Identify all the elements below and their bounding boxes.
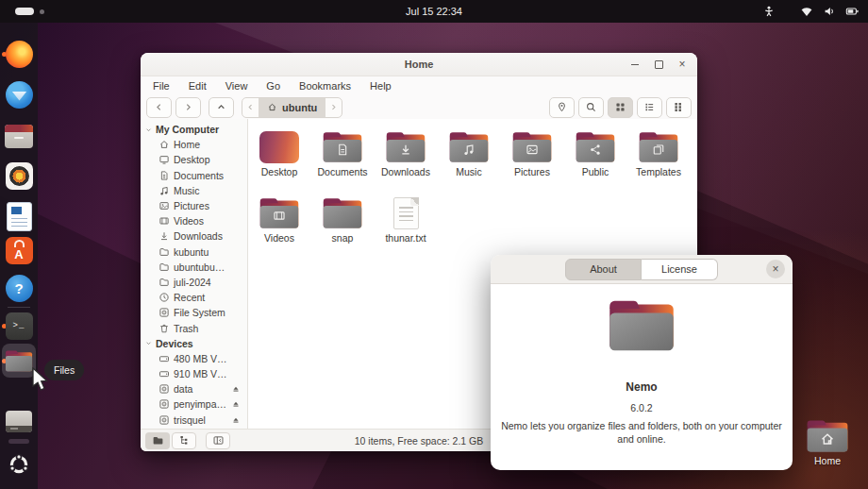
breadcrumb-segment-home[interactable]: ubuntu [259, 98, 326, 117]
file-item-templates[interactable]: Templates [634, 126, 683, 193]
eject-button[interactable] [231, 415, 241, 425]
folder-icon [385, 126, 426, 164]
minimize-button[interactable] [629, 59, 641, 70]
sidebar-item-data[interactable]: data [141, 381, 247, 396]
sidebar-item-480mb-volume[interactable]: 480 MB V… [141, 351, 247, 366]
file-item-thunar-txt[interactable]: thunar.txt [381, 193, 430, 259]
file-item-snap[interactable]: snap [318, 193, 367, 259]
sidebar-section-my-computer[interactable]: My Computer [141, 122, 247, 137]
toggle-sidebar-button[interactable] [206, 432, 230, 449]
firefox-icon [6, 41, 33, 68]
dock-item-terminal[interactable]: >_ [5, 312, 33, 340]
forward-button[interactable] [175, 97, 201, 118]
tab-about[interactable]: About [565, 259, 642, 280]
ubuntu-software-icon: A [6, 237, 33, 264]
file-item-downloads[interactable]: Downloads [381, 126, 430, 193]
sidebar-item-kubuntu[interactable]: kubuntu [141, 244, 247, 260]
window-controls: × [629, 53, 688, 76]
sidebar-item-pictures[interactable]: Pictures [141, 198, 247, 213]
nemo-app-icon [608, 297, 676, 354]
sidebar-item-videos[interactable]: Videos [141, 213, 247, 228]
software-glyph: A [14, 247, 23, 261]
sidebar-item-trash[interactable]: Trash [141, 320, 247, 335]
emblem-share-icon [590, 143, 602, 156]
dock-item-libreoffice-writer[interactable] [5, 202, 33, 230]
sidebar-item-ubuntubu[interactable]: ubuntubu… [141, 260, 247, 275]
up-button[interactable] [209, 97, 234, 118]
file-item-desktop[interactable]: Desktop [255, 126, 304, 193]
menu-go[interactable]: Go [257, 76, 290, 94]
sidebar-item-file-system[interactable]: File System [141, 305, 247, 320]
places-sidebar-button[interactable] [145, 432, 170, 449]
treeview-sidebar-button[interactable] [172, 432, 196, 449]
clock-label: Jul 15 22:34 [406, 6, 462, 17]
app-name: Nemo [491, 380, 793, 394]
sidebar-item-trisquel[interactable]: trisquel [141, 413, 247, 428]
file-item-music[interactable]: Music [444, 126, 493, 193]
location-toggle-button[interactable] [549, 97, 575, 118]
sidebar-section-devices[interactable]: Devices [141, 336, 247, 351]
search-icon [585, 101, 597, 113]
menu-file[interactable]: File [143, 76, 179, 94]
music-icon [159, 185, 170, 196]
system-status-area[interactable] [762, 0, 859, 23]
nemo-folder-icon [5, 349, 33, 373]
location-pin-icon [556, 101, 568, 113]
maximize-button[interactable] [653, 59, 664, 70]
menu-bookmarks[interactable]: Bookmarks [290, 76, 360, 94]
sidebar-item-desktop[interactable]: Desktop [141, 152, 247, 167]
dock-item-disks[interactable] [5, 407, 33, 435]
sidebar-item-juli-2024[interactable]: juli-2024 [141, 275, 247, 290]
close-button[interactable]: × [676, 59, 688, 70]
sidebar-item-downloads[interactable]: Downloads [141, 228, 247, 244]
sidebar-item-label: Downloads [174, 230, 223, 242]
eject-button[interactable] [231, 399, 241, 409]
file-item-public[interactable]: Public [571, 126, 620, 193]
tooltip-label: Files [54, 364, 75, 376]
volume-icon[interactable] [823, 5, 836, 18]
dock-item-thunderbird[interactable] [5, 80, 33, 109]
collapse-sidebar-icon [212, 434, 225, 447]
search-button[interactable] [578, 97, 604, 118]
desktop-home-icon[interactable]: Home [803, 418, 852, 466]
sidebar-item-label: Home [174, 139, 200, 150]
icon-view-button[interactable] [608, 97, 633, 118]
menu-edit[interactable]: Edit [179, 76, 216, 94]
dock-item-rhythmbox[interactable] [5, 161, 33, 190]
dock-item-ubuntu-desktop[interactable] [5, 450, 33, 479]
sidebar-item-home[interactable]: Home [141, 137, 247, 152]
menu-view[interactable]: View [216, 76, 258, 94]
compact-view-button[interactable] [666, 97, 692, 118]
sidebar-item-label: ubuntubu… [174, 261, 225, 273]
dock-item-files[interactable] [5, 121, 33, 149]
accessibility-icon[interactable] [762, 5, 776, 18]
back-button[interactable] [146, 97, 172, 118]
wifi-icon[interactable] [800, 5, 813, 18]
file-item-videos[interactable]: Videos [255, 193, 304, 259]
panel-clock[interactable]: Jul 15 22:34 [0, 0, 868, 23]
dock-item-ubuntu-software[interactable]: A [5, 236, 33, 264]
dialog-close-button[interactable]: × [766, 260, 785, 278]
breadcrumb-back-arrow[interactable] [242, 98, 259, 117]
desktop: Jul 15 22:34 A ? >_ Home [0, 0, 868, 489]
places-folder-icon [152, 434, 164, 447]
eject-button[interactable] [231, 384, 241, 394]
menu-help[interactable]: Help [360, 76, 401, 94]
sidebar-item-penyimpanan[interactable]: penyimpa… [141, 396, 247, 412]
emblem-download-icon [400, 143, 412, 156]
titlebar[interactable]: Home × [141, 53, 697, 76]
list-view-button[interactable] [637, 97, 662, 118]
tab-license[interactable]: License [642, 259, 718, 280]
file-item-pictures[interactable]: Pictures [508, 126, 557, 193]
sidebar-item-documents[interactable]: Documents [141, 168, 247, 183]
battery-icon[interactable] [845, 5, 859, 18]
file-item-documents[interactable]: Documents [318, 126, 367, 193]
sidebar-item-910mb-volume[interactable]: 910 MB V… [141, 366, 247, 381]
dock-item-help[interactable]: ? [5, 274, 33, 302]
breadcrumb-forward-arrow[interactable] [326, 98, 342, 117]
sidebar-item-label: trisquel [174, 414, 206, 426]
sidebar-item-music[interactable]: Music [141, 183, 247, 198]
dialog-header[interactable]: About License × [491, 255, 793, 284]
sidebar-item-recent[interactable]: Recent [141, 290, 247, 305]
dock-item-firefox[interactable] [5, 40, 33, 68]
